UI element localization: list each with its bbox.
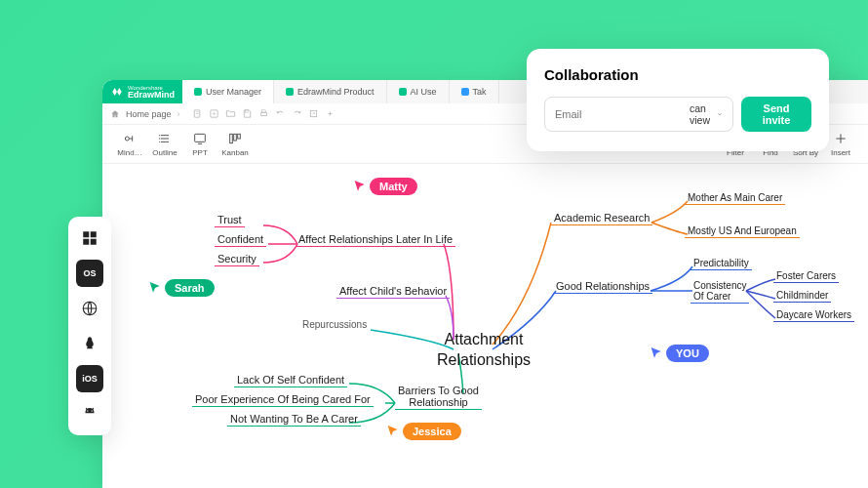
- node-trust[interactable]: Trust: [215, 213, 245, 227]
- platform-linux-icon[interactable]: [76, 330, 103, 357]
- platform-ios-icon[interactable]: iOS: [76, 365, 103, 392]
- tab-label: User Manager: [206, 87, 261, 97]
- node-center[interactable]: Attachment Relationships: [411, 330, 557, 371]
- view-outline[interactable]: Outline: [147, 131, 182, 157]
- node-mother[interactable]: Mother As Main Carer: [685, 191, 785, 205]
- svg-rect-15: [83, 231, 89, 237]
- cursor-you: YOU: [649, 345, 709, 362]
- brand: Wondershare EdrawMind: [102, 80, 182, 103]
- email-input-wrap[interactable]: can view: [544, 97, 733, 132]
- node-childminder[interactable]: Childminder: [773, 289, 831, 303]
- node-mostly[interactable]: Mostly US And European: [685, 224, 800, 238]
- undo-icon[interactable]: [275, 108, 287, 120]
- tab-edrawmind-product[interactable]: EdrawMind Product: [274, 80, 387, 103]
- node-consist[interactable]: Consistency Of Carer: [690, 279, 749, 304]
- collab-title: Collaboration: [544, 66, 811, 83]
- node-foster[interactable]: Foster Carers: [773, 269, 839, 283]
- more-icon[interactable]: [325, 108, 336, 120]
- platform-web-icon[interactable]: [76, 295, 103, 322]
- folder-icon[interactable]: [225, 108, 237, 120]
- add-icon[interactable]: [209, 108, 220, 120]
- svg-rect-12: [234, 134, 237, 141]
- svg-rect-13: [238, 134, 241, 139]
- new-doc-icon[interactable]: [192, 108, 204, 120]
- collaboration-panel: Collaboration can view Send invite: [527, 49, 829, 151]
- svg-rect-18: [91, 239, 97, 245]
- node-poor-exp[interactable]: Poor Experience Of Being Cared For: [192, 392, 374, 407]
- brand-logo-icon: [110, 85, 124, 99]
- view-mind[interactable]: Mind…: [112, 131, 147, 157]
- view-ppt[interactable]: PPT: [182, 131, 217, 157]
- platform-android-icon[interactable]: [76, 400, 103, 427]
- permission-dropdown[interactable]: can view: [690, 102, 723, 126]
- view-kanban[interactable]: Kanban: [217, 131, 253, 157]
- node-security[interactable]: Security: [215, 252, 259, 266]
- platform-macos-icon[interactable]: OS: [76, 260, 103, 287]
- svg-point-9: [159, 142, 160, 142]
- cursor-jessica: Jessica: [385, 423, 461, 440]
- svg-rect-11: [230, 134, 233, 142]
- cursor-matty: Matty: [352, 178, 417, 195]
- chevron-down-icon: [717, 109, 723, 119]
- node-repurcussions[interactable]: Repurcussions: [299, 318, 370, 331]
- svg-rect-3: [261, 112, 267, 115]
- tab-tak[interactable]: Tak: [450, 80, 499, 103]
- tab-ai-use[interactable]: AI Use: [387, 80, 450, 103]
- svg-point-7: [159, 135, 160, 136]
- node-not-carer[interactable]: Not Wanting To Be A Carer: [227, 412, 361, 427]
- brand-name: EdrawMind: [128, 91, 175, 100]
- node-predict[interactable]: Predictability: [690, 257, 752, 270]
- node-barriers[interactable]: Barriers To Good Relationship: [395, 384, 482, 410]
- node-daycare[interactable]: Daycare Workers: [773, 308, 854, 322]
- email-field[interactable]: [555, 108, 690, 120]
- brand-top: Wondershare: [128, 85, 175, 91]
- svg-rect-16: [91, 231, 97, 237]
- tab-label: Tak: [473, 87, 487, 97]
- tab-label: AI Use: [411, 87, 437, 97]
- node-affect-child[interactable]: Affect Child's Behavior: [336, 284, 450, 299]
- svg-point-8: [159, 138, 160, 139]
- breadcrumb-home[interactable]: Home page: [126, 109, 172, 119]
- svg-point-6: [125, 137, 129, 141]
- mindmap-canvas[interactable]: Attachment Relationships Trust Confident…: [102, 164, 868, 488]
- node-affect-later[interactable]: Affect Relationships Later In Life: [296, 232, 455, 247]
- svg-rect-2: [246, 110, 249, 112]
- print-icon[interactable]: [258, 108, 270, 120]
- tab-label: EdrawMind Product: [297, 87, 375, 97]
- home-icon: [110, 109, 120, 119]
- export-icon[interactable]: [308, 108, 320, 120]
- node-lack-conf[interactable]: Lack Of Self Confident: [234, 373, 347, 387]
- svg-rect-10: [195, 134, 206, 142]
- save-icon[interactable]: [242, 108, 254, 120]
- platform-windows-icon[interactable]: [76, 224, 103, 252]
- svg-rect-17: [83, 239, 89, 245]
- quick-action-bar: [192, 108, 336, 120]
- tab-user-manager[interactable]: User Manager: [182, 80, 274, 103]
- send-invite-button[interactable]: Send invite: [741, 97, 811, 132]
- cursor-sarah: Sarah: [147, 279, 215, 297]
- redo-icon[interactable]: [292, 108, 303, 120]
- node-academic[interactable]: Academic Research: [551, 211, 652, 225]
- node-good-rel[interactable]: Good Relationships: [553, 279, 652, 294]
- node-confident[interactable]: Confident: [215, 232, 266, 247]
- platform-rail: OS iOS: [68, 217, 111, 435]
